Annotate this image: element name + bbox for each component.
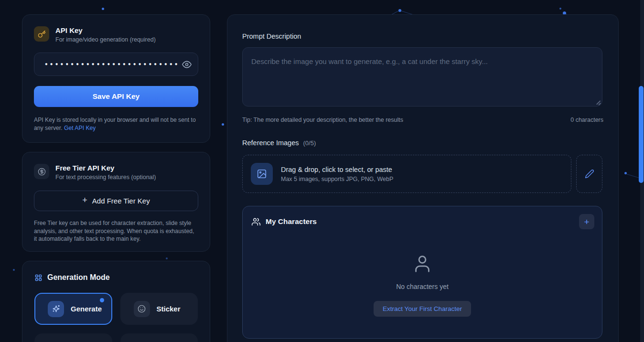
extract-first-character-button[interactable]: Extract Your First Character [374, 301, 471, 317]
grid-icon [34, 274, 43, 282]
api-key-heading: API Key For image/video generation (requ… [55, 26, 156, 43]
particle-dot [398, 9, 401, 12]
mode-button-row-partial [34, 333, 198, 342]
toggle-key-visibility-button[interactable] [181, 59, 193, 70]
mode-generate-button[interactable]: Generate [34, 293, 112, 325]
particle-dot [102, 8, 104, 10]
person-icon [411, 253, 433, 275]
free-tier-subtitle: For text processing features (optional) [55, 174, 156, 181]
active-indicator-dot [100, 298, 104, 302]
generation-panel: Prompt Description Tip: The more detaile… [227, 14, 619, 342]
free-tier-card-header: Free Tier API Key For text processing fe… [34, 164, 198, 181]
my-characters-card: My Characters + No characters yet Extrac… [242, 206, 602, 339]
image-dropzone[interactable]: Drag & drop, click to select, or paste M… [242, 155, 571, 193]
api-key-note-text: API Key is stored locally in your browse… [34, 117, 196, 131]
mode-generate-label: Generate [71, 305, 102, 313]
dropzone-text: Drag & drop, click to select, or paste M… [281, 166, 393, 182]
key-icon [34, 26, 49, 42]
particle-dot [624, 172, 627, 174]
api-key-subtitle: For image/video generation (required) [55, 36, 156, 43]
mode-sticker-label: Sticker [157, 305, 181, 313]
particle-dot [222, 123, 224, 126]
add-free-tier-key-label: Add Free Tier Key [92, 197, 150, 205]
eye-icon [182, 60, 192, 69]
plus-icon: + [82, 195, 87, 205]
mode-sticker-button[interactable]: Sticker [120, 293, 198, 325]
api-key-title: API Key [55, 26, 156, 35]
save-api-key-button[interactable]: Save API Key [34, 86, 198, 107]
mode-button-partial[interactable] [34, 333, 112, 342]
mode-button-partial[interactable] [120, 333, 198, 342]
dropzone-hint: Max 5 images, supports JPG, PNG, WebP [281, 176, 393, 182]
api-key-note: API Key is stored locally in your browse… [34, 116, 198, 132]
reference-images-header: Reference Images (0/5) [242, 139, 603, 147]
pencil-icon [585, 169, 594, 179]
my-characters-title: My Characters [266, 217, 317, 226]
image-icon [251, 163, 273, 185]
mode-button-row: Generate Sticker [34, 293, 198, 325]
reference-images-counter: (0/5) [303, 139, 316, 147]
api-key-card: API Key For image/video generation (requ… [22, 14, 210, 143]
prompt-textarea[interactable] [242, 47, 602, 107]
character-counter: 0 characters [570, 117, 603, 123]
no-characters-message: No characters yet [396, 283, 449, 290]
generation-mode-header: Generation Mode [34, 273, 198, 282]
particle-dot [13, 269, 15, 271]
dropzone-title: Drag & drop, click to select, or paste [281, 166, 393, 173]
dollar-coin-icon [34, 164, 49, 179]
prompt-tip: Tip: The more detailed your description,… [242, 117, 403, 123]
scrollbar-thumb[interactable] [639, 86, 644, 183]
users-icon [251, 217, 261, 226]
smiley-icon [134, 301, 150, 317]
reference-images-row: Drag & drop, click to select, or paste M… [242, 155, 603, 193]
api-key-input[interactable] [34, 53, 198, 76]
characters-empty-state: No characters yet Extract Your First Cha… [251, 253, 593, 317]
api-key-card-header: API Key For image/video generation (requ… [34, 26, 198, 43]
add-character-button[interactable]: + [579, 214, 594, 229]
sparkles-icon [48, 301, 64, 317]
my-characters-header: My Characters [251, 217, 593, 226]
generation-mode-title: Generation Mode [47, 273, 110, 282]
free-tier-title: Free Tier API Key [55, 164, 156, 172]
get-api-key-link[interactable]: Get API Key [64, 125, 96, 131]
free-tier-card: Free Tier API Key For text processing fe… [22, 152, 210, 252]
plus-icon: + [584, 217, 589, 226]
particle-dot [559, 8, 561, 10]
add-free-tier-key-button[interactable]: + Add Free Tier Key [34, 191, 198, 211]
free-tier-note: Free Tier key can be used for character … [34, 219, 198, 243]
prompt-textarea-wrap [242, 47, 603, 108]
reference-images-label: Reference Images [242, 139, 299, 147]
prompt-meta-row: Tip: The more detailed your description,… [242, 117, 603, 123]
particle-dot [166, 257, 168, 259]
prompt-description-label: Prompt Description [242, 32, 603, 40]
api-key-field-wrap [34, 53, 198, 76]
generation-mode-card: Generation Mode Generate Sticker [22, 261, 210, 342]
edit-reference-button[interactable] [576, 155, 602, 193]
free-tier-heading: Free Tier API Key For text processing fe… [55, 164, 156, 181]
